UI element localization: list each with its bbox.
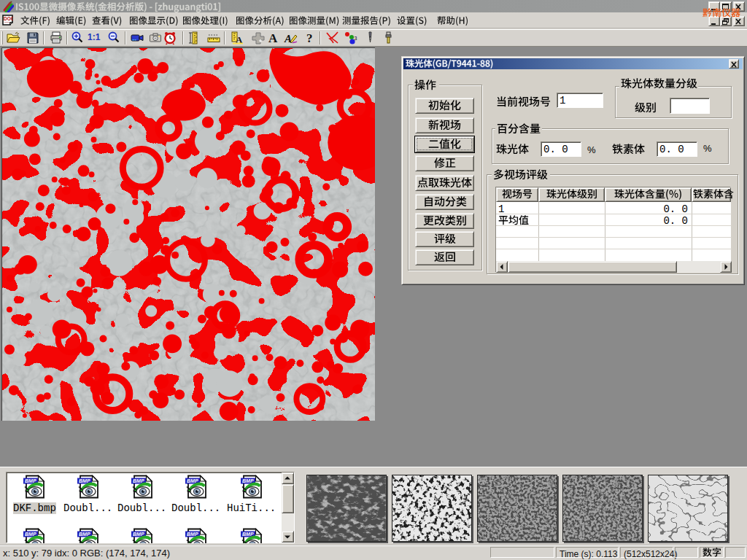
svg-text:3: 3 [355,36,357,41]
svg-text:A: A [268,31,278,45]
svg-text:?: ? [306,31,313,45]
svg-text:DOC: DOC [4,16,13,21]
